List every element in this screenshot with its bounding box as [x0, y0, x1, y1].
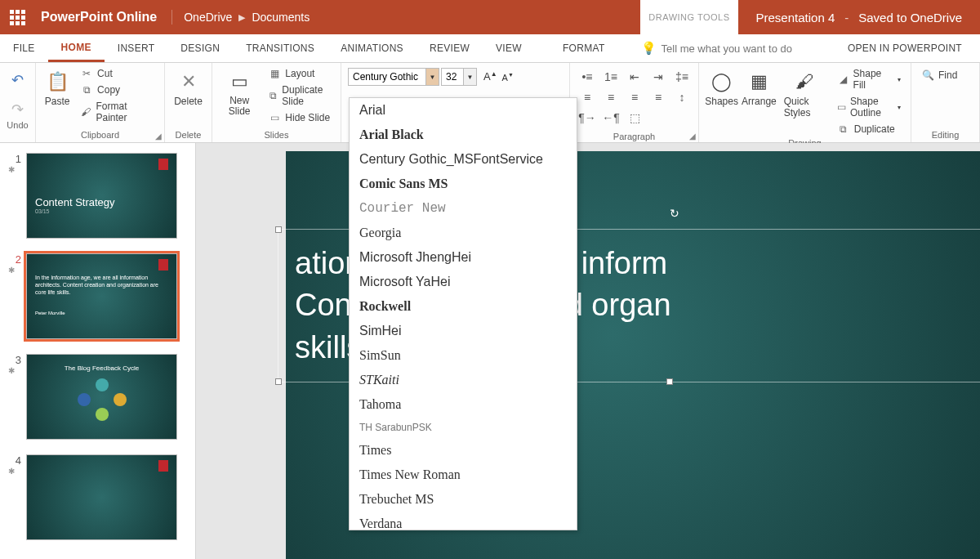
slides-group-label: Slides [217, 128, 336, 142]
quick-styles-button[interactable]: 🖌Quick Styles [779, 65, 831, 119]
thumb-number: 1 [8, 153, 21, 165]
justify-button[interactable]: ≡ [648, 88, 669, 106]
tab-file[interactable]: FILE [0, 34, 48, 62]
hide-slide-button[interactable]: ▭Hide Slide [263, 110, 336, 125]
shape-outline-button[interactable]: ▭Shape Outline▾ [832, 94, 906, 120]
font-option[interactable]: Century Gothic_MSFontService [350, 147, 577, 172]
increase-indent-button[interactable]: ⇥ [648, 68, 669, 86]
arrange-button[interactable]: ▦Arrange [741, 65, 777, 107]
font-option[interactable]: Comic Sans MS [350, 172, 577, 196]
font-option[interactable]: Arial Black [350, 123, 577, 147]
font-option[interactable]: Microsoft YaHei [350, 270, 577, 294]
slide-thumbnail-2[interactable]: In the information age, we are all infor… [26, 253, 177, 339]
duplicate-shape-button[interactable]: ⧉Duplicate [832, 122, 906, 136]
font-size-combo[interactable]: ▼ [441, 68, 477, 86]
tab-animations[interactable]: ANIMATIONS [327, 34, 416, 62]
font-option[interactable]: Times New Roman [350, 463, 577, 487]
layout-button[interactable]: ▦Layout [263, 66, 336, 81]
font-option[interactable]: Microsoft JhengHei [350, 245, 577, 270]
resize-handle[interactable] [275, 226, 282, 233]
paste-button[interactable]: 📋 Paste [41, 65, 74, 107]
font-option[interactable]: SimSun [350, 343, 577, 368]
thumb-number: 2 [8, 253, 21, 266]
font-option[interactable]: Times [350, 438, 577, 463]
font-option[interactable]: SimHei [350, 319, 577, 343]
shapes-button[interactable]: ◯Shapes [704, 65, 739, 107]
tab-design[interactable]: DESIGN [167, 34, 233, 62]
tell-me-search[interactable]: 💡 Tell me what you want to do [641, 34, 792, 62]
undo-button[interactable]: ↶ [11, 71, 24, 89]
font-option[interactable]: Georgia [350, 221, 577, 245]
rotate-handle-icon[interactable]: ↻ [670, 207, 679, 220]
decrease-indent-button[interactable]: ⇤ [624, 68, 645, 86]
font-dropdown-menu[interactable]: Arial Arial Black Century Gothic_MSFontS… [349, 97, 577, 530]
thumb-number: 4 [8, 454, 21, 467]
align-left-button[interactable]: ≡ [577, 88, 598, 106]
delete-button[interactable]: ✕ Delete [170, 65, 207, 107]
tab-home[interactable]: HOME [48, 34, 105, 62]
duplicate-slide-button[interactable]: ⧉Duplicate Slide [263, 83, 336, 109]
tab-transitions[interactable]: TRANSITIONS [233, 34, 327, 62]
paragraph-group-label: Paragraph [575, 130, 693, 144]
clipboard-dialog-launcher-icon[interactable]: ◢ [155, 132, 162, 141]
breadcrumb-root[interactable]: OneDrive [184, 11, 232, 24]
font-option[interactable]: Trebuchet MS [350, 487, 577, 512]
shape-fill-button[interactable]: ◢Shape Fill▾ [832, 66, 906, 92]
redo-button[interactable]: ↷ [11, 101, 24, 119]
find-button[interactable]: 🔍Find [916, 65, 962, 83]
copy-button[interactable]: ⧉Copy [75, 83, 159, 97]
line-spacing-button[interactable]: ‡≡ [671, 68, 693, 86]
tab-format[interactable]: FORMAT [550, 34, 618, 62]
fill-icon: ◢ [837, 74, 849, 85]
breadcrumb[interactable]: OneDrive ▶ Documents [172, 11, 321, 24]
font-option[interactable]: STKaiti [350, 368, 577, 392]
align-right-button[interactable]: ≡ [624, 88, 645, 106]
shrink-font-button[interactable]: A▼ [502, 72, 514, 83]
format-painter-button[interactable]: 🖌Format Painter [75, 99, 159, 125]
document-title[interactable]: Presentation 4 [756, 11, 835, 25]
slide-thumbnail-3[interactable]: The Blog Feedback Cycle [26, 354, 177, 440]
new-slide-button[interactable]: ▭ New Slide [217, 65, 261, 117]
resize-handle[interactable] [275, 378, 282, 385]
animation-indicator-icon: ✱ [8, 165, 21, 174]
paragraph-controls: •≡ 1≡ ⇤ ⇥ ‡≡ ≡ ≡ ≡ ≡ ↕ ¶→ ←¶ ⬚ [575, 65, 694, 130]
rtl-button[interactable]: ←¶ [600, 109, 621, 127]
slide-thumbnail-4[interactable] [26, 454, 177, 540]
font-option[interactable]: Verdana [350, 512, 577, 530]
animation-indicator-icon: ✱ [8, 366, 21, 375]
contextual-tools-label: DRAWING TOOLS [640, 0, 737, 34]
tab-insert[interactable]: INSERT [105, 34, 168, 62]
save-status: Saved to OneDrive [858, 11, 962, 25]
slide-thumbnail-1[interactable]: Content Strategy 03/15 [26, 153, 177, 239]
bullets-button[interactable]: •≡ [577, 68, 598, 86]
ltr-button[interactable]: ¶→ [577, 109, 598, 127]
clipboard-group-label: Clipboard [41, 128, 159, 142]
convert-smartart-button[interactable]: ⬚ [624, 109, 645, 127]
slide-marker-icon [158, 259, 168, 271]
font-option[interactable]: TH SarabunPSK [350, 417, 577, 438]
font-option[interactable]: Rockwell [350, 294, 577, 319]
resize-handle[interactable] [666, 378, 673, 385]
cut-button[interactable]: ✂Cut [75, 66, 159, 81]
paragraph-dialog-launcher-icon[interactable]: ◢ [689, 132, 696, 141]
font-name-combo[interactable]: ▼ [348, 68, 439, 86]
tab-view[interactable]: VIEW [483, 34, 535, 62]
open-in-powerpoint-link[interactable]: OPEN IN POWERPOINT [830, 34, 980, 62]
font-size-dropdown-icon[interactable]: ▼ [463, 69, 476, 85]
align-center-button[interactable]: ≡ [600, 88, 621, 106]
slide-canvas-area[interactable]: ↻ ation age, we are all informContent cr… [196, 143, 980, 559]
grow-font-button[interactable]: A▲ [483, 70, 497, 83]
font-option[interactable]: Tahoma [350, 392, 577, 417]
font-option[interactable]: Arial [350, 98, 577, 123]
app-launcher-icon[interactable] [0, 0, 34, 34]
quick-styles-icon: 🖌 [795, 68, 813, 96]
tab-review[interactable]: REVIEW [416, 34, 483, 62]
font-size-input[interactable] [442, 69, 463, 85]
font-name-dropdown-icon[interactable]: ▼ [425, 69, 439, 85]
breadcrumb-folder[interactable]: Documents [252, 11, 310, 24]
text-direction-button[interactable]: ↕ [671, 88, 693, 106]
font-option[interactable]: Courier New [350, 196, 577, 221]
numbering-button[interactable]: 1≡ [600, 68, 621, 86]
font-name-input[interactable] [349, 69, 425, 85]
lightbulb-icon: 💡 [641, 41, 657, 56]
